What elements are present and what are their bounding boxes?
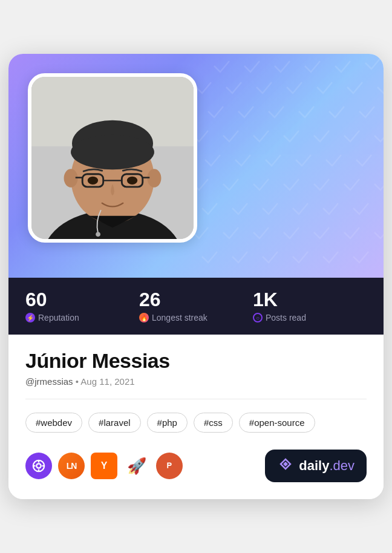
brand-name-text: daily.dev — [299, 458, 354, 474]
posts-value: 1K — [253, 290, 367, 309]
avatar — [28, 73, 197, 243]
svg-point-15 — [127, 177, 137, 185]
stat-posts: 1K ○ Posts read — [253, 290, 367, 322]
profile-body: Júnior Messias @jrmessias • Aug 11, 2021… — [8, 335, 384, 499]
footer-row: LN Y 🚀 — [25, 450, 367, 482]
divider — [25, 399, 367, 399]
producthunt-icon[interactable] — [156, 453, 183, 479]
ycombinator-icon[interactable]: Y — [91, 453, 117, 479]
svg-point-18 — [36, 463, 41, 468]
join-date: Aug 11, 2021 — [80, 376, 134, 387]
streak-label: 🔥 Longest streak — [139, 313, 253, 322]
stat-reputation: 60 ⚡ Reputation — [25, 290, 139, 322]
svg-point-14 — [88, 177, 98, 185]
reputation-icon: ⚡ — [25, 313, 35, 322]
brand-logo[interactable]: daily.dev — [265, 450, 367, 482]
profile-meta: @jrmessias • Aug 11, 2021 — [25, 376, 367, 387]
codepen-icon[interactable] — [25, 453, 52, 479]
tag-css[interactable]: #css — [194, 413, 233, 433]
brand-chevron-icon — [277, 456, 294, 476]
profile-handle: @jrmessias — [25, 376, 73, 387]
stat-streak: 26 🔥 Longest streak — [139, 290, 253, 322]
reputation-value: 60 — [25, 290, 139, 309]
linkedin-icon[interactable]: LN — [58, 453, 85, 479]
posts-icon: ○ — [253, 313, 263, 322]
tag-opensource[interactable]: #open-source — [239, 413, 315, 433]
tags-list: #webdev #laravel #php #css #open-source — [25, 413, 367, 433]
svg-point-6 — [71, 135, 154, 169]
streak-icon: 🔥 — [139, 313, 149, 322]
stats-bar: 60 ⚡ Reputation 26 🔥 Longest streak 1K ○… — [8, 278, 384, 335]
rocket-icon[interactable]: 🚀 — [123, 453, 150, 479]
svg-point-16 — [96, 232, 100, 237]
tag-webdev[interactable]: #webdev — [25, 413, 82, 433]
social-icons: LN Y 🚀 — [25, 453, 183, 479]
tag-laravel[interactable]: #laravel — [88, 413, 141, 433]
profile-name: Júnior Messias — [25, 349, 367, 373]
card-header — [8, 54, 384, 278]
profile-card: 60 ⚡ Reputation 26 🔥 Longest streak 1K ○… — [8, 54, 384, 499]
posts-label: ○ Posts read — [253, 313, 367, 322]
reputation-label: ⚡ Reputation — [25, 313, 139, 322]
streak-value: 26 — [139, 290, 253, 309]
tag-php[interactable]: #php — [147, 413, 188, 433]
